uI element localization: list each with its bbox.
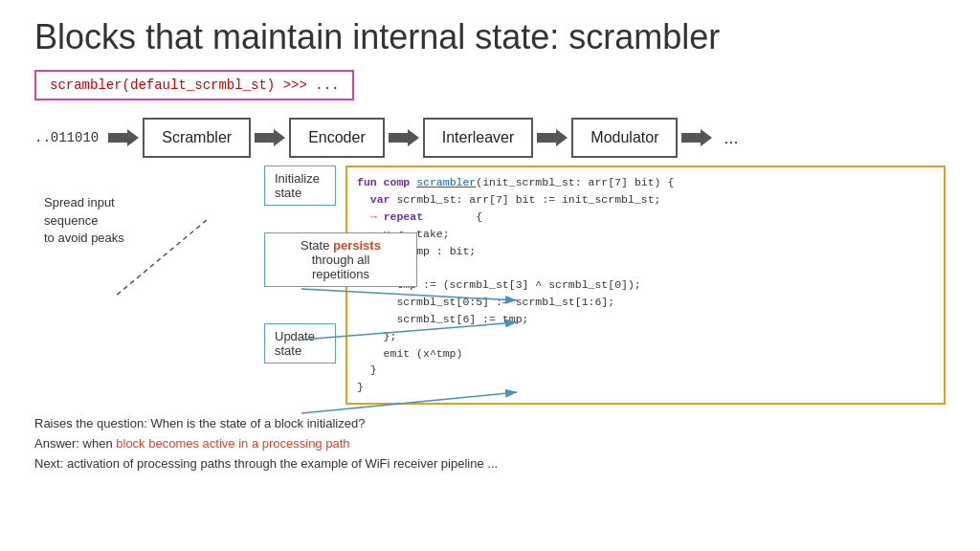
code-banner: scrambler(default_scrmbl_st) >>> ... <box>34 70 354 100</box>
slide-title: Blocks that maintain internal state: scr… <box>34 17 946 56</box>
pipeline-row: ..011010 Scrambler Encoder Interleaver M… <box>34 118 946 158</box>
callout-init-state: Initialize state <box>264 165 336 206</box>
pipeline-ellipsis: ... <box>724 128 738 148</box>
bottom-line3: Next: activation of processing paths thr… <box>34 454 946 474</box>
code-block: fun comp scrambler(init_scrmbl_st: arr[7… <box>345 165 946 405</box>
bottom-line2: Answer: when block becomes active in a p… <box>34 434 946 454</box>
spread-label: Spread inputsequenceto avoid peaks <box>44 194 159 247</box>
pipeline-box-scrambler: Scrambler <box>143 118 251 158</box>
svg-marker-0 <box>108 129 139 146</box>
bottom-text: Raises the question: When is the state o… <box>34 414 946 474</box>
pipeline-box-modulator: Modulator <box>571 118 678 158</box>
callout-update-state: Update state <box>264 323 336 364</box>
arrow-1 <box>255 127 285 148</box>
arrow-4 <box>681 127 712 148</box>
arrow-2 <box>389 127 419 148</box>
pipeline-box-encoder: Encoder <box>289 118 385 158</box>
pipeline-box-interleaver: Interleaver <box>423 118 534 158</box>
input-bits: ..011010 <box>34 130 99 145</box>
svg-marker-4 <box>681 129 712 146</box>
slide: Blocks that maintain internal state: scr… <box>0 0 980 551</box>
svg-marker-1 <box>255 129 285 146</box>
callout-state-persists: State persiststhrough allrepetitions <box>264 232 417 287</box>
bottom-line1: Raises the question: When is the state o… <box>34 414 946 434</box>
arrow-3 <box>537 127 568 148</box>
svg-marker-2 <box>389 129 419 146</box>
svg-marker-3 <box>537 129 568 146</box>
arrow-0 <box>108 127 139 148</box>
